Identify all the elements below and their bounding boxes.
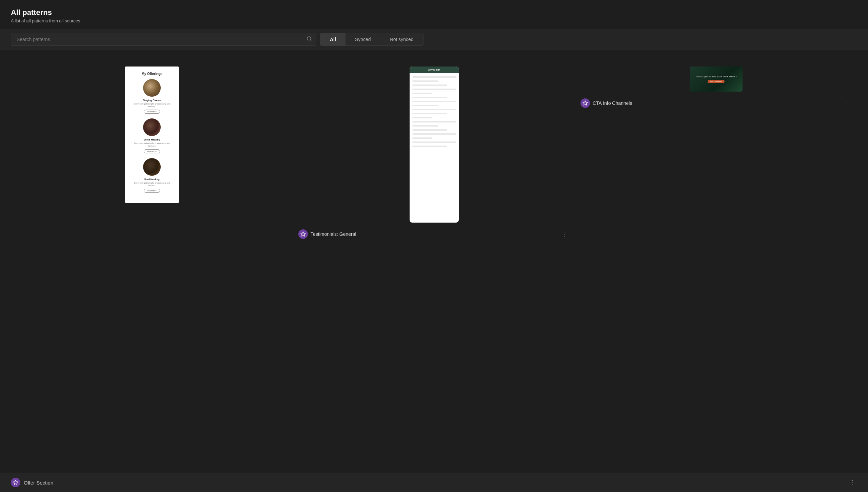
- cta-pattern-name: CTA Info Channels: [593, 100, 632, 106]
- cta-more-button[interactable]: ⋮: [843, 99, 852, 108]
- pattern-cell-cta: Want to get informed about future events…: [575, 61, 857, 115]
- testimonial-line: [412, 76, 456, 78]
- cta-background: [690, 67, 743, 92]
- read-more-btn-3[interactable]: Read More: [144, 189, 160, 193]
- testimonial-line: [412, 125, 438, 127]
- offer-section-preview: My Offerings Singing Circles Community g…: [16, 67, 288, 203]
- page-header: All patterns A list of all patterns from…: [0, 0, 868, 29]
- testimonials-card: Any Slider: [410, 67, 459, 223]
- testimonial-line: [412, 101, 456, 102]
- bottom-bar: Offer Section ⋮: [0, 473, 868, 492]
- testimonial-line: [412, 146, 447, 147]
- testimonial-line: [412, 93, 432, 94]
- offering-desc-1: Community gathering for group singing an…: [129, 103, 175, 108]
- testimonial-line: [412, 84, 447, 86]
- svg-marker-2: [301, 232, 305, 236]
- testimonial-line: [412, 133, 456, 135]
- testimonials-header-text: Any Slider: [413, 69, 455, 71]
- offering-desc-2: Community gathering for group singing an…: [129, 142, 175, 147]
- offering-circle-3: [143, 158, 161, 176]
- cta-pattern-icon: [580, 98, 590, 108]
- search-container: [11, 33, 316, 46]
- offering-name-2: Voice Healing: [144, 138, 160, 141]
- testimonials-info: Testimonials: General: [298, 229, 356, 239]
- offering-name-1: Singing Circles: [143, 99, 161, 102]
- testimonial-line: [412, 141, 456, 143]
- pattern-cell-testimonials: Any Slider: [293, 61, 575, 246]
- toolbar: All Synced Not synced: [0, 29, 868, 50]
- bottom-pattern-info: Offer Section: [11, 478, 53, 487]
- cta-info: CTA Info Channels: [580, 98, 632, 108]
- testimonial-line: [412, 80, 438, 82]
- filter-tabs: All Synced Not synced: [320, 33, 423, 46]
- testimonial-line: [412, 113, 447, 114]
- testimonial-line: [412, 105, 438, 106]
- bottom-more-button[interactable]: ⋮: [848, 478, 857, 487]
- page-title: All patterns: [11, 8, 857, 17]
- cta-text: Want to get informed about future events…: [692, 75, 740, 78]
- offering-item-3: Soul Healing Community gathering for gro…: [129, 158, 175, 193]
- testimonials-header: Any Slider: [410, 67, 459, 73]
- tab-all[interactable]: All: [320, 33, 346, 45]
- testimonials-footer: Testimonials: General ⋮: [298, 228, 570, 240]
- svg-marker-3: [583, 101, 587, 105]
- cta-footer: CTA Info Channels ⋮: [580, 97, 852, 109]
- cta-preview: Want to get informed about future events…: [580, 67, 852, 92]
- testimonial-line: [412, 137, 432, 139]
- testimonials-pattern-icon: [298, 229, 308, 239]
- patterns-grid: My Offerings Singing Circles Community g…: [0, 50, 868, 257]
- read-more-btn-1[interactable]: Read More: [144, 110, 160, 114]
- offering-desc-3: Community gathering for group singing an…: [129, 182, 175, 187]
- tab-synced[interactable]: Synced: [346, 33, 380, 45]
- testimonial-line: [412, 117, 432, 118]
- offering-item-1: Singing Circles Community gathering for …: [129, 79, 175, 114]
- offering-name-3: Soul Healing: [144, 178, 159, 181]
- svg-marker-4: [13, 480, 18, 485]
- cta-button-mini[interactable]: Info Channels: [708, 80, 725, 83]
- bottom-pattern-name: Offer Section: [24, 480, 53, 486]
- offering-circle-2: [143, 118, 161, 136]
- testimonials-more-button[interactable]: ⋮: [560, 230, 570, 239]
- testimonial-line: [412, 121, 456, 122]
- page-subtitle: A list of all patterns from all sources: [11, 18, 857, 23]
- offer-section-card: My Offerings Singing Circles Community g…: [125, 67, 179, 203]
- testimonials-body: [410, 73, 459, 215]
- offering-circle-1: [143, 79, 161, 97]
- testimonial-line: [412, 129, 447, 131]
- tab-not-synced[interactable]: Not synced: [380, 33, 423, 45]
- pattern-cell-offer-section: My Offerings Singing Circles Community g…: [11, 61, 293, 214]
- search-input[interactable]: [11, 33, 316, 46]
- offering-item-2: Voice Healing Community gathering for gr…: [129, 118, 175, 153]
- read-more-btn-2[interactable]: Read More: [144, 149, 160, 153]
- testimonials-pattern-name: Testimonials: General: [311, 231, 356, 237]
- cta-card: Want to get informed about future events…: [690, 67, 743, 92]
- offer-card-title: My Offerings: [141, 72, 162, 76]
- testimonials-preview: Any Slider: [298, 67, 570, 223]
- testimonial-line: [412, 109, 456, 110]
- testimonial-line: [412, 89, 456, 90]
- testimonial-line: [412, 97, 447, 98]
- offer-section-bottom-icon: [11, 478, 20, 487]
